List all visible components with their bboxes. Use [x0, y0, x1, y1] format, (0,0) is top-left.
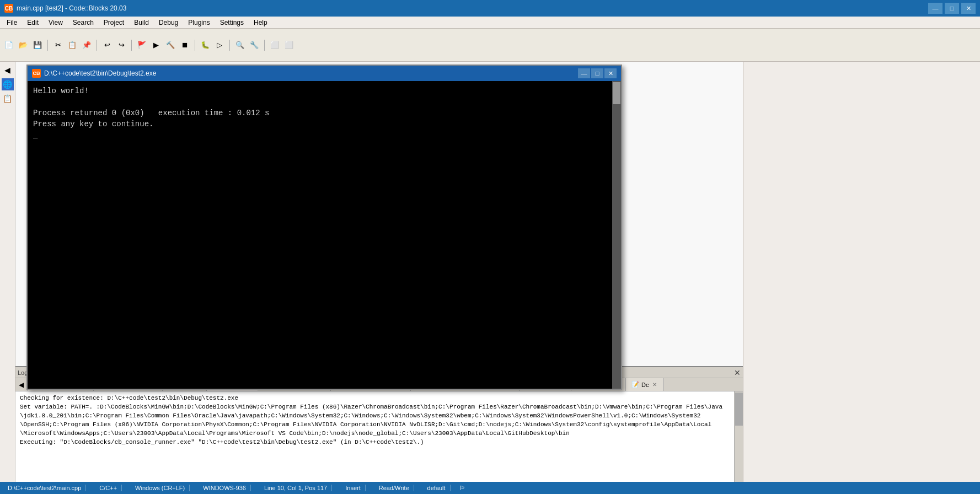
menu-view[interactable]: View — [44, 18, 67, 28]
menu-debug[interactable]: Debug — [154, 18, 183, 28]
terminal-close[interactable]: ✕ — [604, 68, 617, 78]
menu-settings[interactable]: Settings — [216, 18, 248, 28]
terminal-scrollbar-thumb[interactable] — [613, 82, 620, 104]
tab-scroll-left[interactable]: ◀ — [15, 378, 28, 391]
minimize-button[interactable]: — — [928, 3, 942, 14]
status-mode: Insert — [341, 485, 366, 491]
terminal-title: D:\C++code\test2\bin\Debug\test2.exe — [44, 69, 156, 77]
toolbar-sep-1 — [47, 40, 48, 51]
toolbar-open[interactable]: 📂 — [17, 39, 30, 52]
log-line-6: Executing: "D:\CodeBlocks/cb_console_run… — [20, 438, 730, 447]
terminal-scrollbar[interactable] — [612, 81, 621, 389]
terminal-line-4: Press any key to continue. — [33, 119, 610, 130]
menu-search[interactable]: Search — [68, 18, 98, 28]
toolbar-save[interactable]: 💾 — [31, 39, 44, 52]
status-misc: default — [423, 485, 451, 491]
status-filepath: D:\C++code\test2\main.cpp — [3, 485, 86, 491]
toolbar-redo[interactable]: ↪ — [115, 39, 128, 52]
terminal-minimize[interactable]: — — [578, 68, 590, 78]
terminal-controls: — □ ✕ — [578, 68, 617, 78]
title-bar-controls: — □ ✕ — [928, 3, 976, 14]
status-encoding: WINDOWS-936 — [199, 485, 251, 491]
toolbar-sep-2 — [97, 40, 97, 51]
toolbar-new[interactable]: 📄 — [2, 39, 15, 52]
log-line-1: Checking for existence: D:\C++code\test2… — [20, 394, 730, 402]
status-flag: 🏳 — [459, 485, 465, 491]
sidebar-arrow[interactable]: ◀ — [2, 64, 14, 76]
menu-help[interactable]: Help — [249, 18, 272, 28]
toolbar-area: 📄 📂 💾 ✂ 📋 📌 ↩ ↪ 🚩 ▶ 🔨 ⏹ 🐛 ▷ 🔍 🔧 ⬜ ⬜ — [0, 29, 980, 62]
bottom-panel-close-button[interactable]: ✕ — [734, 368, 741, 377]
status-position: Line 10, Col 1, Pos 117 — [260, 485, 332, 491]
status-bar: D:\C++code\test2\main.cpp C/C++ Windows … — [0, 482, 980, 494]
toolbar-undo[interactable]: ↩ — [100, 39, 114, 52]
terminal-cursor: _ — [33, 130, 610, 141]
terminal-line-3: Process returned 0 (0x0) execution time … — [33, 108, 610, 119]
terminal-title-left: CB D:\C++code\test2\bin\Debug\test2.exe — [32, 69, 156, 78]
terminal-icon: CB — [32, 69, 41, 78]
log-line-5: \Microsoft\WindowsApps;C:\Users\23003\Ap… — [20, 429, 730, 438]
right-panel-top — [743, 62, 980, 482]
app-title: main.cpp [test2] - Code::Blocks 20.03 — [17, 4, 126, 12]
toolbar-build[interactable]: 🔨 — [164, 39, 177, 52]
tab-dc-label: Dc — [641, 382, 649, 388]
status-language: C/C++ — [95, 485, 122, 491]
toolbar-sep-4 — [195, 40, 195, 51]
terminal-maximize[interactable]: □ — [591, 68, 603, 78]
toolbar-run[interactable]: ▶ — [149, 39, 163, 52]
toolbar-sep-5 — [229, 40, 230, 51]
main-area: CB D:\C++code\test2\bin\Debug\test2.exe … — [15, 62, 743, 482]
terminal-title-bar: CB D:\C++code\test2\bin\Debug\test2.exe … — [28, 66, 621, 81]
toolbar-wrench[interactable]: 🔧 — [248, 39, 261, 52]
log-line-2: Set variable: PATH=. :D:\CodeBlocks\MinG… — [20, 402, 730, 411]
menu-file[interactable]: File — [2, 18, 22, 28]
bottom-scrollbar[interactable] — [734, 391, 743, 482]
tab-dc-close[interactable]: ✕ — [651, 382, 658, 388]
toolbar-copy[interactable]: 📋 — [66, 39, 79, 52]
menu-project[interactable]: Project — [99, 18, 128, 28]
tab-dc[interactable]: 📝 Dc ✕ — [626, 378, 663, 391]
menu-bar: File Edit View Search Project Build Debu… — [0, 17, 980, 29]
toolbar-stop[interactable]: ⏹ — [178, 39, 191, 52]
title-bar: CB main.cpp [test2] - Code::Blocks 20.03… — [0, 0, 980, 17]
bottom-log-content: Checking for existence: D:\C++code\test2… — [15, 391, 734, 482]
toolbar-extra-2[interactable]: ⬜ — [282, 39, 296, 52]
terminal-window: CB D:\C++code\test2\bin\Debug\test2.exe … — [26, 65, 622, 390]
close-button[interactable]: ✕ — [961, 3, 976, 14]
log-line-4: \OpenSSH;C:\Program Files (x86)\NVIDIA C… — [20, 420, 730, 429]
toolbar-debug-run[interactable]: ▷ — [213, 39, 226, 52]
right-panel — [743, 62, 980, 482]
workspace: ◀ 🌐 📋 CB D:\C++code\test2\bin\Debug\test… — [0, 62, 980, 482]
toolbar-search-icon[interactable]: 🔍 — [233, 39, 247, 52]
toolbar-sep-3 — [131, 40, 132, 51]
status-read-write: Read/Write — [374, 485, 414, 491]
status-line-ending: Windows (CR+LF) — [131, 485, 190, 491]
title-bar-left: CB main.cpp [test2] - Code::Blocks 20.03 — [4, 4, 126, 13]
terminal-content: Hello world! Process returned 0 (0x0) ex… — [28, 81, 621, 389]
log-line-3: \jdk1.8.0_201\bin;C:\Program Files\Commo… — [20, 411, 730, 420]
sidebar: ◀ 🌐 📋 — [0, 62, 15, 482]
toolbar-build-flag[interactable]: 🚩 — [135, 39, 148, 52]
toolbar-paste[interactable]: 📌 — [80, 39, 93, 52]
menu-plugins[interactable]: Plugins — [184, 18, 214, 28]
bottom-content-area: Checking for existence: D:\C++code\test2… — [15, 391, 743, 482]
sidebar-notes[interactable]: 📋 — [2, 93, 14, 105]
bottom-scrollbar-thumb[interactable] — [735, 393, 743, 426]
toolbar-cut[interactable]: ✂ — [51, 39, 65, 52]
tab-dc-icon: 📝 — [631, 381, 639, 388]
maximize-button[interactable]: □ — [945, 3, 959, 14]
toolbar-sep-6 — [264, 40, 265, 51]
menu-edit[interactable]: Edit — [23, 18, 43, 28]
sidebar-globe[interactable]: 🌐 — [2, 78, 14, 90]
menu-build[interactable]: Build — [130, 18, 153, 28]
app-icon: CB — [4, 4, 13, 13]
terminal-line-1: Hello world! — [33, 85, 610, 96]
terminal-line-2 — [33, 96, 610, 108]
toolbar-extra-1[interactable]: ⬜ — [268, 39, 281, 52]
toolbar-debug[interactable]: 🐛 — [199, 39, 212, 52]
